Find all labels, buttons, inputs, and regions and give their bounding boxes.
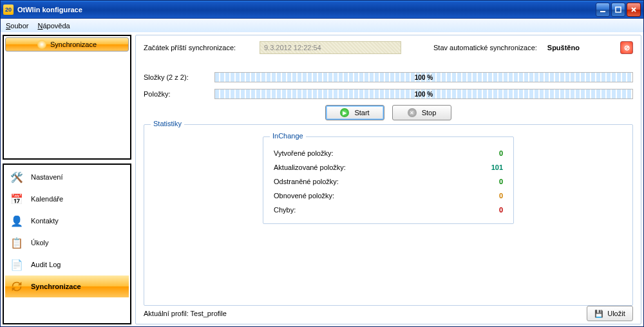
minimize-icon — [600, 6, 606, 13]
menubar: Soubor Nápověda — [1, 19, 643, 33]
play-icon: ▶ — [340, 108, 349, 117]
sidebar-top-panel: Synchronizace — [3, 35, 131, 160]
restored-label: Obnovené položky: — [274, 192, 334, 200]
sidebar-item-calendars[interactable]: 📅 Kalendáře — [5, 188, 129, 210]
sidebar-item-sync[interactable]: Synchronizace — [5, 276, 129, 297]
next-sync-value: 9.3.2012 12:22:54 — [260, 41, 401, 54]
sidebar-bottom-panel: 🛠️ Nastavení 📅 Kalendáře 👤 Kontakty 📋 Úk… — [3, 164, 131, 324]
app-window: 20 OtWlin konfigurace Soubor Nápověda Sy… — [0, 0, 644, 327]
folders-pct: 100 % — [215, 73, 632, 82]
removed-value: 0 — [471, 178, 503, 185]
sidebar-item-label: Audit Log — [31, 261, 61, 268]
close-button[interactable] — [627, 3, 641, 17]
sidebar-item-label: Nastavení — [31, 173, 63, 181]
refresh-icon — [9, 279, 24, 294]
save-button[interactable]: 💾 Uložit — [587, 306, 633, 321]
restored-value: 0 — [471, 192, 503, 200]
folders-label: Složky (2 z 2): — [144, 73, 208, 81]
created-label: Vytvořené položky: — [274, 149, 334, 157]
sidebar-item-label: Kalendáře — [31, 195, 63, 203]
save-label: Uložit — [607, 310, 625, 317]
inchange-legend: InChange — [270, 132, 306, 140]
removed-label: Odstraněné položky: — [274, 178, 339, 185]
sidebar-item-contacts[interactable]: 👤 Kontakty — [5, 210, 129, 232]
titlebar[interactable]: 20 OtWlin konfigurace — [1, 1, 643, 19]
profile-label: Aktuální profil: Test_profile — [144, 310, 227, 317]
items-progress: 100 % — [214, 89, 633, 99]
updated-label: Aktualizované položky: — [274, 164, 346, 171]
svg-rect-0 — [600, 11, 605, 12]
next-sync-label: Začátek příští synchronizace: — [144, 44, 253, 51]
sidebar-top-label: Synchronizace — [50, 41, 97, 48]
folders-progress: 100 % — [214, 72, 633, 82]
items-label: Položky: — [144, 90, 208, 98]
maximize-icon — [615, 6, 621, 13]
app-icon: 20 — [3, 5, 14, 15]
stop-button[interactable]: ✕ Stop — [392, 105, 451, 120]
sidebar-item-label: Synchronizace — [31, 283, 81, 290]
auto-state-value: Spuštěno — [547, 44, 580, 51]
stop-icon: ✕ — [408, 108, 417, 117]
close-icon — [630, 6, 637, 13]
updated-value: 101 — [471, 164, 503, 171]
cancel-icon: ⊘ — [624, 44, 630, 52]
gear-icon: 🛠️ — [9, 169, 24, 185]
maximize-button[interactable] — [611, 3, 625, 17]
main-panel: Začátek příští synchronizace: 9.3.2012 1… — [135, 35, 641, 324]
sidebar-item-settings[interactable]: 🛠️ Nastavení — [5, 166, 129, 188]
items-pct: 100 % — [215, 89, 632, 98]
errors-label: Chyby: — [274, 206, 296, 214]
sidebar-item-label: Úkoly — [31, 239, 49, 247]
created-value: 0 — [471, 149, 503, 157]
sidebar-top-tab[interactable]: Synchronizace — [5, 37, 129, 51]
minimize-button[interactable] — [596, 3, 610, 17]
sidebar: Synchronizace 🛠️ Nastavení 📅 Kalendáře 👤… — [3, 35, 131, 324]
window-title: OtWlin konfigurace — [17, 6, 82, 14]
inchange-fieldset: InChange Vytvořené položky: 0 Aktualizov… — [263, 136, 514, 224]
sidebar-item-label: Kontakty — [31, 217, 59, 225]
start-button[interactable]: ▶ Start — [325, 105, 384, 120]
stats-legend: Statistiky — [151, 120, 184, 127]
menu-file[interactable]: Soubor — [6, 22, 28, 30]
stats-fieldset: Statistiky InChange Vytvořené položky: 0… — [144, 124, 633, 306]
calendar-icon: 📅 — [9, 191, 24, 207]
errors-value: 0 — [471, 206, 503, 214]
menu-help[interactable]: Nápověda — [37, 22, 70, 30]
footer: Aktuální profil: Test_profile 💾 Uložit — [144, 306, 633, 321]
sync-icon — [37, 40, 46, 49]
save-icon: 💾 — [594, 310, 603, 318]
log-icon: 📄 — [9, 257, 24, 272]
sidebar-item-auditlog[interactable]: 📄 Audit Log — [5, 254, 129, 276]
svg-rect-1 — [616, 7, 621, 12]
tasks-icon: 📋 — [9, 235, 24, 250]
start-label: Start — [354, 109, 369, 117]
stop-label: Stop — [422, 109, 437, 117]
auto-state-label: Stav automatické synchronizace: — [433, 44, 537, 51]
stop-auto-button[interactable]: ⊘ — [620, 41, 633, 54]
contact-icon: 👤 — [9, 213, 24, 229]
sidebar-item-tasks[interactable]: 📋 Úkoly — [5, 232, 129, 254]
